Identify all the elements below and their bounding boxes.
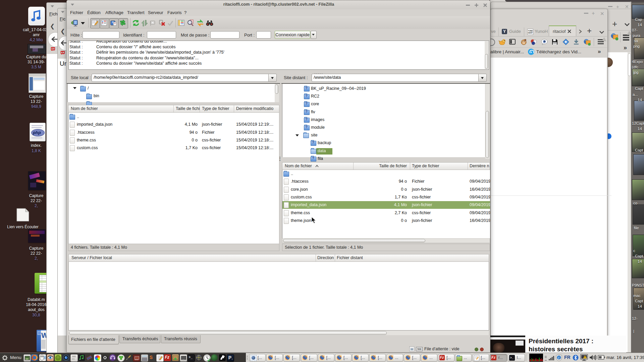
svg-text:!: !	[585, 356, 585, 358]
svg-text:HOST: HOST	[528, 32, 533, 34]
